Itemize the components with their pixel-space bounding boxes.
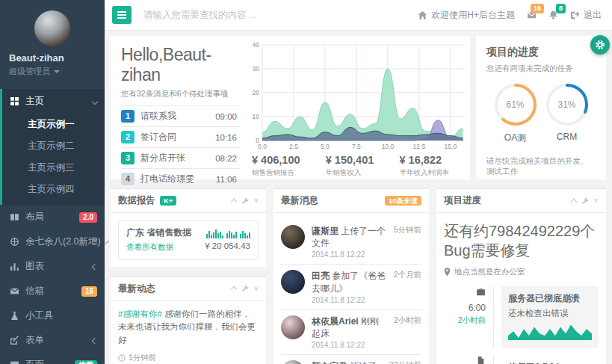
timeline-item[interactable]: 6:00 2小时前 服务器已彻底崩溃 还未检查出错误 [444, 286, 599, 348]
task-number-badge: 4 [121, 173, 135, 185]
svg-text:30: 30 [253, 65, 260, 73]
close-icon: × [254, 285, 259, 293]
briefcase-icon [476, 287, 486, 297]
svg-text:10: 10 [253, 113, 260, 120]
edit-icon [10, 336, 19, 345]
panel-subtitle: 您还有两项未完成的任务 [486, 64, 596, 74]
message-item[interactable]: 林依晨Ariel 刚刚起床 2014.11.8 12:22 2小时前 [281, 310, 421, 355]
svg-text:0.0: 0.0 [258, 143, 267, 150]
sidebar-item-label: 余七余八(2.0新增) [25, 235, 101, 248]
stat-half-year-margin: ¥ 16,822 半年收入利润率 [400, 154, 450, 178]
page-title: Hello,Beaut-zihan [121, 45, 240, 85]
task-item[interactable]: 1 请联系我 09:00 [121, 105, 240, 127]
message-user[interactable]: 颜文字君 [312, 361, 347, 364]
hamburger-icon [117, 14, 126, 16]
stat-label: 年销售收入 [326, 168, 374, 178]
sidebar-toggle-button[interactable] [112, 6, 132, 24]
settings-button[interactable] [241, 197, 249, 205]
theme-settings-button[interactable] [590, 35, 610, 55]
collapse-button[interactable] [232, 198, 236, 204]
task-time: 08:22 [215, 154, 240, 163]
close-button[interactable]: × [594, 197, 599, 205]
timeline-content: 修复了0.5个bug 重启服务 [501, 355, 599, 364]
chevron-up-icon [570, 198, 576, 204]
close-button[interactable]: × [254, 285, 259, 293]
sidebar-item-home-example-1[interactable]: 主页示例一 [2, 114, 105, 135]
svg-text:7.5: 7.5 [352, 143, 361, 150]
close-icon: × [254, 197, 259, 205]
timeline-title: 服务器已彻底崩溃 [508, 292, 592, 305]
file-icon [476, 356, 486, 364]
sidebar-item-home-example-4[interactable]: 主页示例四 [2, 179, 105, 200]
logout-button[interactable]: 退出 [570, 9, 602, 22]
user-role-dropdown[interactable]: 超级管理员 [9, 66, 96, 77]
message-item[interactable]: 颜文字君 评论了 2014.11.8 12:22 【九部令人拍案叫绝的惊悚悬疑剧… [281, 355, 421, 364]
hello-panel: Hello,Beaut-zihan 您有32条消息和6个待处理事项 1 请联系我… [111, 36, 470, 179]
sidebar-item-pages[interactable]: 页面 推荐 [0, 353, 105, 364]
crm-progress-donut: 31% [544, 81, 590, 128]
sales-sparkline [205, 227, 250, 238]
chart-column: 0102030400.02.55.07.510.012.515.0 ¥ 406,… [246, 36, 470, 179]
columns-icon [10, 212, 19, 222]
timeline-title: 修复了0.5个bug [508, 361, 592, 364]
unread-count-badge: 16 [81, 286, 97, 297]
hashtag-link[interactable]: #感谢有你# [118, 309, 162, 318]
settings-button[interactable] [241, 285, 249, 292]
bug-count-headline: 还有约79842492229个Bug需要修复 [444, 221, 599, 261]
location-row: 地点当然是在办公室 [444, 267, 599, 277]
sidebar-item-label: 图表 [25, 260, 44, 273]
collapse-button[interactable] [232, 286, 236, 291]
message-user[interactable]: 林依晨Ariel [312, 316, 359, 327]
sidebar-item-forms[interactable]: 表单 [0, 328, 105, 353]
message-ago: 2个月前 [394, 270, 421, 303]
navbar-right: 欢迎使用H+后台主题 16 8 退出 [418, 9, 602, 22]
sidebar-item-widgets[interactable]: 小工具 [0, 303, 105, 328]
message-main: 谦斯里 上传了一个文件 2014.11.8 12:22 [312, 225, 387, 259]
sidebar-item-home[interactable]: 主页 [2, 89, 105, 114]
main-content: Hello,Beaut-zihan 您有32条消息和6个待处理事项 1 请联系我… [105, 31, 612, 364]
sidebar-item-mailbox[interactable]: 信箱 16 [0, 279, 105, 303]
sidebar-item-layout[interactable]: 布局 2.0 [0, 205, 105, 229]
svg-text:5.0: 5.0 [321, 143, 330, 150]
message-user[interactable]: 谦斯里 [312, 226, 339, 236]
hello-subtitle: 您有32条消息和6个待处理事项 [121, 89, 240, 99]
panel-title: 数据报告 [118, 194, 155, 207]
user-role-label: 超级管理员 [9, 66, 50, 77]
report-card-left: 广东 省销售数据 查看所有数据 [126, 227, 191, 253]
sidebar-item-home-example-3[interactable]: 主页示例三 [2, 157, 105, 179]
avatar [281, 315, 305, 339]
welcome-link[interactable]: 欢迎使用H+后台主题 [418, 9, 515, 22]
collapse-button[interactable] [572, 198, 576, 204]
stat-sales-report: ¥ 406,100 销售营销报告 [252, 154, 300, 178]
sidebar-item-extras[interactable]: 余七余八(2.0新增) [0, 229, 105, 254]
avatar[interactable] [34, 10, 70, 46]
task-item[interactable]: 2 签订合同 10:16 [121, 127, 240, 148]
notification-count-badge: 8 [556, 4, 566, 13]
message-line: 林依晨Ariel 刚刚起床 [312, 315, 387, 339]
message-item[interactable]: 田亮 参加了《爸爸去哪儿》 2014.11.8 12:22 2个月前 [281, 265, 421, 309]
message-line: 颜文字君 评论了 [312, 360, 383, 364]
mail-button[interactable]: 16 [527, 10, 537, 20]
sidebar-item-charts[interactable]: 图表 [0, 254, 105, 279]
search-input[interactable] [142, 9, 332, 21]
task-item[interactable]: 4 打电话给璟雯 11:06 [121, 169, 240, 190]
message-date: 2014.11.8 12:22 [312, 296, 387, 304]
view-all-data-link[interactable]: 查看所有数据 [126, 242, 173, 253]
sidebar-menu: 主页 主页示例一 主页示例二 主页示例三 主页示例四 布局 2.0 余七余八(2… [0, 89, 105, 364]
message-item[interactable]: 谦斯里 上传了一个文件 2014.11.8 12:22 5分钟前 [281, 220, 421, 265]
settings-button[interactable] [581, 197, 589, 205]
oa-progress: 61% OA测 [492, 81, 539, 144]
task-item[interactable]: 3 新分店开张 08:22 [121, 148, 240, 169]
wrench-icon [241, 197, 249, 205]
notifications-button[interactable]: 8 [548, 10, 558, 20]
panel-header: 数据报告 K+ × [111, 188, 266, 213]
chevron-left-icon [92, 263, 98, 269]
desktop-icon [10, 360, 19, 364]
message-ago: 2小时前 [394, 315, 421, 349]
report-card-right: ¥ 20 054.43 [205, 227, 250, 250]
sidebar-item-home-example-2[interactable]: 主页示例二 [2, 135, 105, 157]
dashboard-bottom-row: 数据报告 K+ × 广东 省销售数据 查看所有数据 [111, 188, 606, 364]
message-user[interactable]: 田亮 [312, 271, 330, 281]
close-button[interactable]: × [254, 197, 259, 205]
timeline-item[interactable]: 7:00 3小时前 修复了0.5个bug 重启服务 [444, 355, 599, 364]
